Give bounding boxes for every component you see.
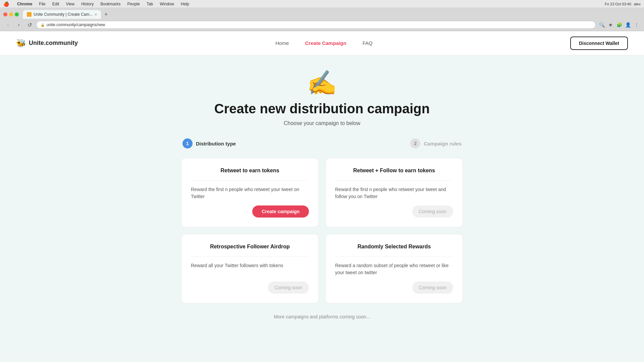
coming-soon-btn-retrospective: Coming soon (268, 282, 309, 294)
menu-dots-icon[interactable]: ⋮ (633, 21, 640, 28)
brand: 🐝 Unite.community (16, 39, 78, 48)
card-retweet-earn: Retweet to earn tokens Reward the first … (181, 158, 319, 227)
maximize-window-btn[interactable] (15, 12, 19, 16)
navbar: 🐝 Unite.community Home Create Campaign F… (0, 31, 644, 55)
tab-bar: Unite Community | Create Cam... × + (0, 8, 644, 19)
macos-time: Fri 23 Oct 03:40 (605, 2, 631, 6)
card-retrospective-description: Reward all your Twitter followers with t… (191, 262, 309, 276)
refresh-btn[interactable]: ↺ (25, 21, 34, 29)
back-btn[interactable]: ‹ (4, 21, 12, 29)
lock-icon: 🔒 (41, 23, 45, 27)
card-retrospective-footer: Coming soon (191, 282, 309, 294)
tab-title: Unite Community | Create Cam... (34, 12, 93, 17)
address-bar-row: ‹ › ↺ 🔒 unite.community/campaigns/new 🔍 … (0, 19, 644, 31)
bookmark-star-icon[interactable]: ★ (607, 21, 614, 28)
active-tab[interactable]: Unite Community | Create Cam... × (23, 10, 101, 19)
hero-emoji: ✍️ (181, 69, 463, 97)
steps-row: 1 Distribution type 2 Campaign rules (181, 138, 463, 148)
browser-toolbar-icons: 🔍 ★ 🧩 👤 ⋮ (598, 21, 640, 28)
address-bar[interactable]: 🔒 unite.community/campaigns/new (36, 21, 596, 29)
main-content: ✍️ Create new distribution campaign Choo… (174, 55, 470, 340)
hero-subtitle: Choose your campaign to below (181, 120, 463, 126)
create-campaign-btn[interactable]: Create campaign (252, 205, 309, 218)
menu-edit[interactable]: Edit (52, 2, 59, 6)
card-retweet-earn-footer: Create campaign (191, 205, 309, 218)
menu-people[interactable]: People (127, 2, 140, 6)
app-wrapper: 🐝 Unite.community Home Create Campaign F… (0, 31, 644, 358)
menu-window[interactable]: Window (160, 2, 174, 6)
tab-favicon (27, 12, 32, 17)
step-1-label: Distribution type (196, 141, 236, 146)
menu-chrome[interactable]: Chrome (17, 2, 32, 6)
card-retweet-earn-title: Retweet to earn tokens (191, 168, 309, 174)
coming-soon-btn-random: Coming soon (412, 282, 453, 294)
new-tab-btn[interactable]: + (102, 11, 110, 18)
step-2-badge: 2 (410, 138, 420, 148)
nav-faq[interactable]: FAQ (363, 40, 373, 46)
menu-bookmarks[interactable]: Bookmarks (101, 2, 121, 6)
brand-logo: 🐝 (16, 39, 26, 48)
card-retweet-follow-footer: Coming soon (335, 205, 453, 218)
brand-name: Unite.community (29, 40, 78, 47)
card-random-rewards: Randomly Selected Rewards Reward a rando… (325, 234, 463, 303)
menu-help[interactable]: Help (181, 2, 189, 6)
nav-create-campaign[interactable]: Create Campaign (305, 40, 346, 46)
minimize-window-btn[interactable] (9, 12, 13, 16)
menu-file[interactable]: File (39, 2, 45, 6)
card-retweet-follow-title: Retweet + Follow to earn tokens (335, 168, 453, 174)
nav-links: Home Create Campaign FAQ (275, 40, 372, 46)
macos-right-icons: Fri 23 Oct 03:40 alex (605, 2, 641, 6)
forward-btn[interactable]: › (15, 21, 23, 29)
card-divider-3 (191, 256, 309, 257)
card-retweet-follow: Retweet + Follow to earn tokens Reward t… (325, 158, 463, 227)
menu-tab[interactable]: Tab (147, 2, 153, 6)
card-random-rewards-footer: Coming soon (335, 282, 453, 294)
card-divider (191, 180, 309, 181)
menu-view[interactable]: View (66, 2, 74, 6)
disconnect-wallet-btn[interactable]: Disconnect Wallet (570, 37, 628, 50)
hero-title: Create new distribution campaign (181, 101, 463, 116)
step-1-badge: 1 (182, 138, 193, 148)
zoom-icon[interactable]: 🔍 (598, 21, 605, 28)
window-controls[interactable] (3, 12, 19, 16)
card-divider-4 (335, 256, 453, 257)
card-retrospective-title: Retrospective Follower Airdrop (191, 244, 309, 250)
coming-soon-btn-retweet-follow: Coming soon (412, 205, 453, 218)
hero-section: ✍️ Create new distribution campaign Choo… (181, 69, 463, 126)
macos-user: alex (634, 2, 641, 6)
card-random-rewards-title: Randomly Selected Rewards (335, 244, 453, 250)
url-text: unite.community/campaigns/new (47, 22, 105, 27)
close-window-btn[interactable] (3, 12, 7, 16)
card-random-rewards-description: Reward a random subset of people who ret… (335, 262, 453, 276)
more-coming-text: More campaigns and platforms coming soon… (181, 314, 463, 319)
campaign-cards-grid: Retweet to earn tokens Reward the first … (181, 158, 463, 303)
card-retrospective: Retrospective Follower Airdrop Reward al… (181, 234, 319, 303)
menu-history[interactable]: History (81, 2, 94, 6)
browser-chrome: Unite Community | Create Cam... × + ‹ › … (0, 8, 644, 31)
macos-menubar: 🍎 Chrome File Edit View History Bookmark… (0, 0, 644, 8)
step-2-label: Campaign rules (424, 141, 462, 146)
step-1: 1 Distribution type (182, 138, 236, 148)
card-retweet-follow-description: Reward the first n people who retweet yo… (335, 186, 453, 200)
profile-icon[interactable]: 👤 (625, 21, 631, 28)
apple-logo: 🍎 (3, 1, 9, 7)
step-2: 2 Campaign rules (410, 138, 462, 148)
card-divider-2 (335, 180, 453, 181)
tab-close-btn[interactable]: × (95, 12, 97, 16)
card-retweet-earn-description: Reward the first n people who retweet yo… (191, 186, 309, 200)
extensions-icon[interactable]: 🧩 (616, 21, 623, 28)
nav-home[interactable]: Home (275, 40, 289, 46)
